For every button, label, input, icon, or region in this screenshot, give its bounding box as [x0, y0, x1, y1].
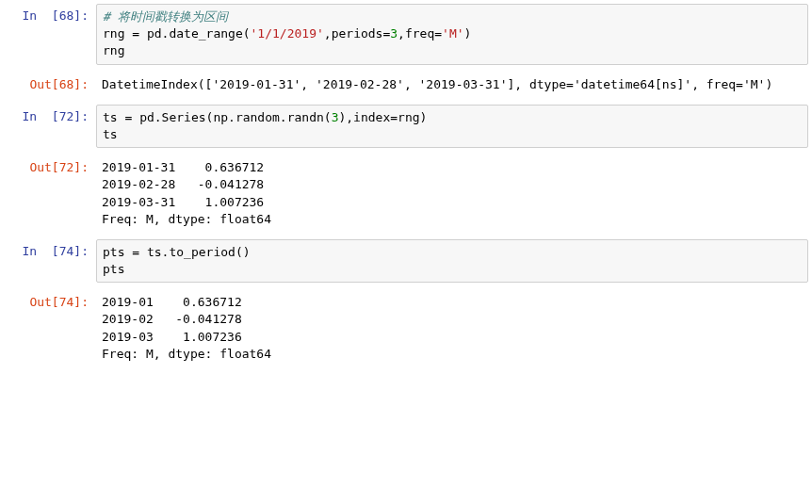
output-text: 2019-01-31 0.636712 2019-02-28 -0.041278…: [96, 155, 808, 232]
code-input[interactable]: pts = ts.to_period() pts: [96, 239, 808, 283]
code-number: 3: [390, 26, 398, 41]
code-cell: In [74]: pts = ts.to_period() pts: [4, 239, 808, 283]
code-text: rng: [103, 43, 124, 57]
output-text: 2019-01 0.636712 2019-02 -0.041278 2019-…: [96, 290, 808, 366]
input-prompt: In [74]:: [4, 239, 96, 283]
code-input[interactable]: ts = pd.Series(np.random.randn(3),index=…: [96, 105, 808, 148]
code-text: ),index=rng): [338, 110, 427, 124]
code-text: rng = pd.date_range(: [103, 26, 251, 41]
output-cell: Out[72]: 2019-01-31 0.636712 2019-02-28 …: [4, 155, 808, 232]
code-string: '1/1/2019': [251, 26, 324, 41]
output-prompt: Out[68]:: [4, 73, 96, 97]
code-comment: # 将时间戳转换为区间: [103, 9, 228, 24]
code-text: pts = ts.to_period(): [103, 245, 251, 259]
output-cell: Out[68]: DatetimeIndex(['2019-01-31', '2…: [4, 73, 808, 97]
input-prompt: In [68]:: [4, 4, 96, 65]
code-input[interactable]: # 将时间戳转换为区间 rng = pd.date_range('1/1/201…: [96, 4, 808, 65]
code-text: ts: [103, 127, 118, 141]
code-cell: In [72]: ts = pd.Series(np.random.randn(…: [4, 105, 808, 148]
code-text: ): [464, 26, 472, 41]
output-prompt: Out[72]:: [4, 155, 96, 232]
input-prompt: In [72]:: [4, 105, 96, 148]
code-string: 'M': [442, 26, 463, 41]
code-text: ts = pd.Series(np.random.randn(: [103, 110, 332, 124]
code-text: ,periods=: [324, 26, 390, 41]
output-cell: Out[74]: 2019-01 0.636712 2019-02 -0.041…: [4, 290, 808, 366]
output-prompt: Out[74]:: [4, 290, 96, 366]
code-text: ,freq=: [398, 26, 442, 41]
output-text: DatetimeIndex(['2019-01-31', '2019-02-28…: [96, 73, 808, 97]
code-text: pts: [103, 262, 124, 276]
code-cell: In [68]: # 将时间戳转换为区间 rng = pd.date_range…: [4, 4, 808, 65]
